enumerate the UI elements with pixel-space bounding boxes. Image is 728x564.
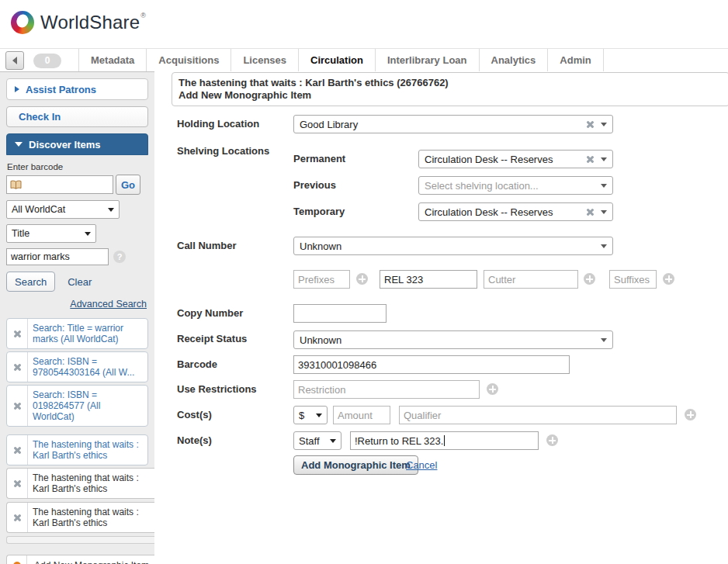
permanent-shelving-select[interactable]: Circulation Desk -- Reserves [418, 150, 613, 168]
list-item[interactable]: Search: ISBN = 0198264577 (All WorldCat) [6, 385, 148, 427]
add-note-icon[interactable] [546, 434, 558, 446]
clear-link[interactable]: Clear [68, 276, 92, 288]
notification-badge[interactable]: 0 [33, 54, 61, 68]
close-icon [13, 402, 22, 410]
tab-admin[interactable]: Admin [547, 49, 603, 72]
list-item-label: The hastening that waits : Karl Barth's … [28, 503, 154, 532]
index-select[interactable]: Title [6, 224, 96, 243]
clear-icon[interactable] [586, 208, 595, 216]
remove-button[interactable] [7, 386, 28, 426]
chevron-down-icon [330, 439, 336, 443]
brand-name: WorldShare [40, 12, 140, 33]
barcode-input[interactable] [293, 355, 570, 374]
tab-acquisitions[interactable]: Acquisitions [146, 49, 231, 72]
worldshare-app: WorldShare® 0 Metadata Acquisitions Lice… [0, 0, 728, 564]
receipt-status-value: Unknown [300, 334, 601, 346]
shelving-locations-label: Shelving Locations [177, 145, 269, 157]
book-icon [10, 180, 22, 190]
advanced-search-row: Advanced Search [6, 299, 148, 310]
list-item[interactable]: The hastening that waits : Karl Barth's … [6, 434, 148, 465]
call-number-scheme-select[interactable]: Unknown [293, 237, 613, 255]
go-button[interactable]: Go [116, 175, 140, 195]
cutter-input[interactable] [484, 270, 578, 289]
remove-button[interactable] [7, 352, 28, 382]
chevron-down-icon [108, 208, 114, 212]
remove-button[interactable] [7, 469, 28, 498]
discover-items-section[interactable]: Discover Items [6, 133, 148, 155]
temporary-shelving-select[interactable]: Circulation Desk -- Reserves [418, 202, 613, 221]
assist-patrons-section[interactable]: Assist Patrons [6, 78, 148, 100]
chevron-down-icon [601, 157, 607, 161]
add-prefix-icon[interactable] [356, 273, 368, 285]
classification-input[interactable] [380, 270, 477, 289]
add-monographic-item-button[interactable]: Add Monographic Item [293, 455, 418, 475]
scope-select-value: All WorldCat [12, 204, 108, 215]
list-item[interactable]: Search: Title = warrior marks (All World… [6, 318, 148, 349]
chevron-down-icon [601, 244, 607, 248]
chevron-down-icon [85, 232, 91, 236]
add-new-monographic-item-tab[interactable]: Add New Monographic Item [6, 555, 154, 564]
receipt-status-select[interactable]: Unknown [293, 330, 613, 349]
check-in-button[interactable]: Check In [6, 106, 148, 127]
add-restriction-icon[interactable] [487, 383, 498, 395]
add-cutter-icon[interactable] [584, 273, 595, 285]
tab-analytics[interactable]: Analytics [479, 49, 548, 72]
note-value: !Return to REL 323. [355, 435, 443, 447]
text-caret [444, 435, 445, 446]
suffixes-input[interactable] [609, 270, 657, 289]
list-item-label: The hastening that waits : Karl Barth's … [28, 469, 154, 498]
cancel-link[interactable]: Cancel [406, 459, 437, 471]
list-item-label: Search: Title = warrior marks (All World… [28, 319, 147, 348]
barcode-search-input[interactable] [6, 175, 113, 194]
remove-button[interactable] [7, 319, 28, 348]
chevron-down-icon [15, 142, 23, 147]
add-cost-icon[interactable] [685, 409, 696, 420]
enter-barcode-label: Enter barcode [7, 162, 148, 171]
discover-items-label: Discover Items [29, 139, 101, 151]
list-item[interactable]: The hastening that waits : Karl Barth's … [6, 468, 154, 499]
nav-tabs: Metadata Acquisitions Licenses Circulati… [78, 49, 604, 72]
prefixes-input[interactable] [293, 270, 350, 289]
note-input[interactable]: !Return to REL 323. [350, 431, 539, 450]
advanced-search-link[interactable]: Advanced Search [70, 299, 147, 310]
clear-icon[interactable] [586, 120, 595, 129]
remove-button[interactable] [7, 503, 28, 532]
close-icon [13, 479, 22, 488]
page-title: Add New Monographic Item [179, 89, 728, 102]
bullet-icon [13, 562, 21, 564]
tab-circulation[interactable]: Circulation [298, 49, 375, 72]
copy-number-input[interactable] [293, 304, 387, 323]
top-bar: WorldShare® [0, 0, 728, 48]
holding-location-value: Good Library [300, 119, 586, 130]
copy-number-label: Copy Number [177, 307, 243, 319]
amount-input[interactable] [333, 406, 390, 424]
search-term-input[interactable] [6, 248, 109, 265]
note-type-select[interactable]: Staff [293, 431, 341, 450]
qualifier-input[interactable] [399, 406, 677, 424]
holding-location-select[interactable]: Good Library [293, 115, 613, 133]
search-actions-row: Search Clear [6, 272, 148, 292]
tab-metadata[interactable]: Metadata [78, 49, 146, 72]
search-button[interactable]: Search [6, 272, 55, 292]
add-suffix-icon[interactable] [663, 273, 674, 285]
currency-select[interactable]: $ [293, 406, 328, 424]
temporary-shelving-value: Circulation Desk -- Reserves [425, 206, 586, 218]
call-number-label: Call Number [177, 240, 237, 251]
close-icon [13, 363, 22, 372]
help-icon[interactable]: ? [113, 251, 126, 263]
use-restrictions-input[interactable] [293, 380, 480, 399]
previous-shelving-select[interactable]: Select shelving location... [418, 176, 613, 195]
remove-button[interactable] [7, 435, 28, 465]
close-icon [13, 446, 22, 455]
clear-icon[interactable] [586, 155, 595, 164]
list-item[interactable]: The hastening that waits : Karl Barth's … [6, 502, 154, 533]
back-button[interactable] [5, 51, 24, 70]
note-type-value: Staff [299, 435, 330, 447]
scope-select[interactable]: All WorldCat [6, 200, 120, 219]
tab-interlibrary-loan[interactable]: Interlibrary Loan [375, 49, 479, 72]
list-item[interactable]: Search: ISBN = 9780544303164 (All W... [6, 351, 148, 382]
worldshare-logo: WorldShare® [11, 11, 146, 34]
main-content: The hastening that waits : Karl Barth's … [154, 71, 728, 564]
tab-licenses[interactable]: Licenses [231, 49, 298, 72]
chevron-left-icon [12, 57, 17, 64]
